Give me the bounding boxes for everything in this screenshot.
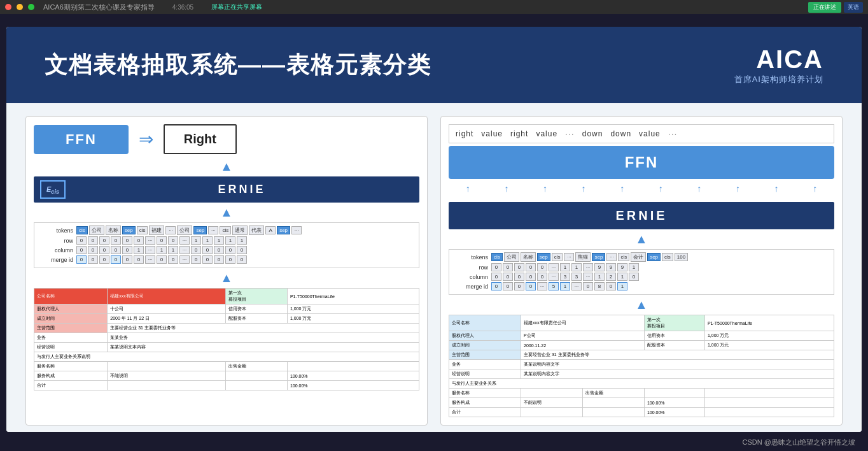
win-close-btn[interactable]: [5, 4, 11, 10]
doc-row6-1: 经营说明: [34, 343, 108, 352]
right-column-row: column 0 0 0 0 0 ··· 3 3 ··· 1: [453, 273, 830, 281]
left-diagram-box: FFN ⇒ Right ▲ Ecis ERNIE: [25, 116, 428, 426]
left-ecis-box: Ecis: [40, 180, 66, 199]
left-token-table: tokens cls 公司 名称 sep cls 福建 ··· 公司 sep ·: [34, 222, 419, 268]
right-row-label: row: [453, 264, 488, 271]
doc-row3-3: 配股资本: [225, 314, 287, 324]
t6: 福建: [149, 226, 164, 235]
win-max-btn[interactable]: [28, 4, 34, 10]
doc-cell-2: P1-T50000ThermaLife: [287, 289, 419, 304]
t11: cls: [220, 226, 231, 234]
doc-row2-3: 信用资本: [225, 304, 287, 314]
main-content: 文档表格抽取系统——表格元素分类 AICA 首席AI架构师培养计划 FFN ⇒ …: [0, 14, 868, 451]
doc-row8-2: [108, 362, 226, 371]
left-arrow-up: ▲: [34, 159, 419, 174]
seq-right2: right: [510, 129, 528, 138]
t5: cls: [137, 226, 148, 234]
left-column-row: column 0 0 0 0 0 1 ··· 1 1 ···: [38, 246, 415, 254]
t10: ···: [208, 226, 218, 234]
doc-cell-1: 第一次募投项目: [225, 289, 287, 304]
left-arrow-right: ⇒: [139, 129, 153, 150]
row-label: row: [38, 238, 73, 244]
seq-dots1: ···: [565, 129, 575, 139]
title-bar: AICA6期别第二次核心课及专家指导 4:36:05 屏幕正在共享屏幕 正在讲述…: [0, 0, 868, 14]
live-btn[interactable]: 正在讲述: [808, 2, 841, 13]
doc-row4-1: 主营范围: [34, 324, 108, 333]
seq-down2: down: [610, 129, 631, 138]
slide-header: 文档表格抽取系统——表格元素分类 AICA 首席AI架构师培养计划: [6, 27, 862, 103]
left-ernie-text: ERNIE: [71, 183, 413, 196]
right-tokens-row: tokens cls 公司 名称 sep cls ··· 熊猫 sep ···: [453, 252, 830, 262]
seq-labels-row: right value right value ··· down down va…: [449, 124, 834, 143]
doc-row8-3: 出售金额: [225, 362, 287, 371]
seq-right1: right: [456, 129, 473, 138]
doc-row2-4: 1,000 万元: [287, 304, 419, 314]
left-panel: FFN ⇒ Right ▲ Ecis ERNIE: [25, 116, 428, 426]
doc-row3-4: 1,000 万元: [287, 314, 419, 324]
left-doc-preview: 公司名称 福建xxx有限公司 第一次募投项目 P1-T50000ThermaLi…: [34, 288, 419, 417]
left-row-row: row 0 0 0 0 0 0 ··· 0 0 ···: [38, 236, 415, 245]
right-column-label: column: [453, 274, 488, 280]
t14: A: [265, 226, 276, 234]
right-mergeid-label: merge id: [453, 283, 488, 290]
logo-main-text: AICA: [734, 45, 823, 74]
left-ernie-section: Ecis ERNIE: [34, 176, 419, 203]
t8: 公司: [177, 226, 192, 235]
doc-row7: 与发行人主要业务关系说明: [34, 352, 419, 362]
win-min-btn[interactable]: [17, 4, 23, 10]
right-ffn-box: FFN: [449, 146, 834, 179]
left-mergeid-row: merge id 0 0 0 0 0 0 ··· 0 0 ···: [38, 255, 415, 264]
doc-row2-1: 股权代理人: [34, 304, 108, 314]
doc-row8-1: 服务名称: [34, 362, 108, 371]
left-arrow-up2: ▲: [34, 205, 419, 220]
doc-row9-2: 不能说明: [108, 371, 226, 381]
t2: 公司: [89, 226, 104, 235]
doc-header-cell2: 福建xxx有限公司: [108, 289, 226, 304]
doc-row3-1: 成立时间: [34, 314, 108, 324]
status-bar: CSDN @愚昧之山绝望之谷开悟之坡: [0, 433, 868, 451]
doc-row5-1: 业务: [34, 333, 108, 343]
left-ffn-box: FFN: [34, 125, 129, 154]
left-tokens-row: tokens cls 公司 名称 sep cls 福建 ··· 公司 sep ·: [38, 226, 415, 235]
t9: sep: [193, 226, 207, 234]
logo-sub-text: 首席AI架构师培养计划: [734, 74, 823, 85]
slide-area: 文档表格抽取系统——表格元素分类 AICA 首席AI架构师培养计划 FFN ⇒ …: [6, 27, 862, 432]
t3: 名称: [106, 226, 121, 235]
right-up-arrows: ↑ ↑ ↑ ↑ ↑ ↑ ↑ ↑ ↑ ↑: [449, 182, 834, 196]
tokens-label: tokens: [38, 227, 73, 234]
time-display: 4:36:05: [172, 4, 193, 11]
right-panel: right value right value ··· down down va…: [440, 116, 843, 426]
screen-share-label: 屏幕正在共享屏幕: [211, 3, 262, 11]
t1: cls: [76, 226, 88, 234]
seq-value1: value: [481, 129, 503, 138]
slide-title: 文档表格抽取系统——表格元素分类: [45, 50, 431, 81]
csdn-credit-text: CSDN @愚昧之山绝望之谷开悟之坡: [743, 438, 855, 447]
right-arrow-up2: ▲: [449, 297, 834, 312]
doc-row3-2: 2000 年 11 月 22 日: [108, 314, 226, 324]
right-diagram-box: right value right value ··· down down va…: [440, 116, 843, 426]
seq-down1: down: [582, 129, 603, 138]
seq-value3: value: [639, 129, 661, 138]
right-token-table: tokens cls 公司 名称 sep cls ··· 熊猫 sep ···: [449, 249, 834, 295]
t15: sep: [277, 226, 290, 234]
title-bar-right: 正在讲述 英语: [808, 2, 863, 13]
doc-row5-2: 某某业务: [108, 333, 419, 343]
title-bar-left: AICA6期别第二次核心课及专家指导 4:36:05 屏幕正在共享屏幕: [5, 3, 808, 12]
left-doc-table: 公司名称 福建xxx有限公司 第一次募投项目 P1-T50000ThermaLi…: [34, 288, 419, 390]
right-tokens-label: tokens: [453, 254, 488, 261]
slide-body: FFN ⇒ Right ▲ Ecis ERNIE: [6, 103, 862, 432]
t4: sep: [122, 226, 136, 234]
t13: 代表: [249, 226, 264, 235]
doc-row4-2: 主要经营企业 31 主要委托业务等: [108, 324, 419, 333]
doc-row2-2: 十公司: [108, 304, 226, 314]
left-arrow-up3: ▲: [34, 271, 419, 285]
right-doc-table: 公司名称 福建xxx有限责任公司 第一次募投项目 P1-T50000Therma…: [449, 315, 834, 417]
seq-value2: value: [536, 129, 557, 138]
right-arrow-up: ▲: [449, 232, 834, 247]
lang-btn[interactable]: 英语: [844, 2, 863, 13]
app-title: AICA6期别第二次核心课及专家指导: [43, 3, 155, 12]
doc-row9-3: [225, 371, 287, 381]
column-label: column: [38, 247, 73, 254]
right-ernie-box: ERNIE: [449, 202, 834, 229]
seq-dots2: ···: [668, 129, 678, 139]
